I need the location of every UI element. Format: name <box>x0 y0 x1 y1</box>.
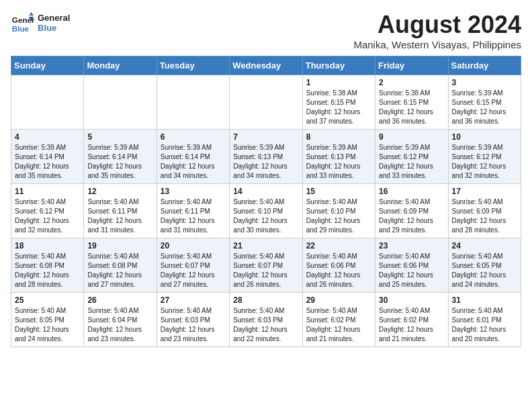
day-info: Sunrise: 5:39 AM Sunset: 6:13 PM Dayligh… <box>306 143 371 181</box>
day-number: 12 <box>87 187 152 196</box>
day-number: 22 <box>306 241 371 250</box>
day-info: Sunrise: 5:39 AM Sunset: 6:12 PM Dayligh… <box>452 143 517 181</box>
day-number: 16 <box>379 187 444 196</box>
day-info: Sunrise: 5:40 AM Sunset: 6:05 PM Dayligh… <box>452 252 517 289</box>
calendar-cell: 24Sunrise: 5:40 AM Sunset: 6:05 PM Dayli… <box>448 238 521 293</box>
day-info: Sunrise: 5:40 AM Sunset: 6:03 PM Dayligh… <box>233 306 298 344</box>
day-number: 18 <box>15 241 80 250</box>
day-info: Sunrise: 5:40 AM Sunset: 6:06 PM Dayligh… <box>379 252 444 289</box>
calendar-cell: 17Sunrise: 5:40 AM Sunset: 6:09 PM Dayli… <box>448 184 521 238</box>
svg-marker-2 <box>29 12 34 15</box>
weekday-header-monday: Monday <box>84 56 157 75</box>
day-number: 25 <box>15 295 80 305</box>
day-number: 9 <box>379 132 444 142</box>
logo-blue-text: Blue <box>38 23 70 33</box>
calendar-cell: 15Sunrise: 5:40 AM Sunset: 6:10 PM Dayli… <box>302 184 375 238</box>
day-info: Sunrise: 5:40 AM Sunset: 6:09 PM Dayligh… <box>452 197 517 235</box>
day-number: 26 <box>87 295 152 305</box>
calendar-cell: 7Sunrise: 5:39 AM Sunset: 6:13 PM Daylig… <box>230 130 302 184</box>
calendar-cell: 4Sunrise: 5:39 AM Sunset: 6:14 PM Daylig… <box>11 130 84 184</box>
weekday-header-tuesday: Tuesday <box>157 56 229 75</box>
calendar-cell: 26Sunrise: 5:40 AM Sunset: 6:04 PM Dayli… <box>84 293 157 347</box>
calendar-cell: 30Sunrise: 5:40 AM Sunset: 6:02 PM Dayli… <box>375 293 448 347</box>
day-number: 2 <box>379 78 444 87</box>
calendar-cell <box>84 75 157 130</box>
day-info: Sunrise: 5:40 AM Sunset: 6:08 PM Dayligh… <box>15 252 80 289</box>
day-number: 15 <box>306 187 371 196</box>
calendar-cell: 8Sunrise: 5:39 AM Sunset: 6:13 PM Daylig… <box>302 130 375 184</box>
calendar-cell: 20Sunrise: 5:40 AM Sunset: 6:07 PM Dayli… <box>157 238 229 293</box>
svg-text:Blue: Blue <box>12 24 30 33</box>
day-number: 24 <box>452 241 517 250</box>
calendar-cell: 19Sunrise: 5:40 AM Sunset: 6:08 PM Dayli… <box>84 238 157 293</box>
day-info: Sunrise: 5:40 AM Sunset: 6:03 PM Dayligh… <box>161 306 226 344</box>
day-info: Sunrise: 5:39 AM Sunset: 6:15 PM Dayligh… <box>452 89 517 126</box>
day-info: Sunrise: 5:40 AM Sunset: 6:07 PM Dayligh… <box>161 252 226 289</box>
day-info: Sunrise: 5:39 AM Sunset: 6:14 PM Dayligh… <box>161 143 226 181</box>
calendar-cell: 13Sunrise: 5:40 AM Sunset: 6:11 PM Dayli… <box>157 184 229 238</box>
calendar-cell: 3Sunrise: 5:39 AM Sunset: 6:15 PM Daylig… <box>448 75 521 130</box>
day-number: 8 <box>306 132 371 142</box>
day-info: Sunrise: 5:40 AM Sunset: 6:10 PM Dayligh… <box>306 197 371 235</box>
calendar-week-1: 1Sunrise: 5:38 AM Sunset: 6:15 PM Daylig… <box>11 75 521 130</box>
day-info: Sunrise: 5:38 AM Sunset: 6:15 PM Dayligh… <box>306 89 371 126</box>
calendar-cell: 21Sunrise: 5:40 AM Sunset: 6:07 PM Dayli… <box>230 238 302 293</box>
location-subtitle: Manika, Western Visayas, Philippines <box>353 39 521 50</box>
calendar-cell: 11Sunrise: 5:40 AM Sunset: 6:12 PM Dayli… <box>11 184 84 238</box>
day-number: 20 <box>161 241 226 250</box>
calendar-table: SundayMondayTuesdayWednesdayThursdayFrid… <box>11 56 521 347</box>
weekday-header-wednesday: Wednesday <box>230 56 302 75</box>
calendar-cell: 10Sunrise: 5:39 AM Sunset: 6:12 PM Dayli… <box>448 130 521 184</box>
weekday-header-thursday: Thursday <box>302 56 375 75</box>
logo-general-text: General <box>38 13 70 23</box>
day-info: Sunrise: 5:40 AM Sunset: 6:09 PM Dayligh… <box>379 197 444 235</box>
calendar-cell: 28Sunrise: 5:40 AM Sunset: 6:03 PM Dayli… <box>230 293 302 347</box>
day-info: Sunrise: 5:40 AM Sunset: 6:01 PM Dayligh… <box>452 306 517 344</box>
calendar-cell: 16Sunrise: 5:40 AM Sunset: 6:09 PM Dayli… <box>375 184 448 238</box>
calendar-cell: 23Sunrise: 5:40 AM Sunset: 6:06 PM Dayli… <box>375 238 448 293</box>
logo-icon: General Blue <box>11 11 35 35</box>
day-info: Sunrise: 5:39 AM Sunset: 6:13 PM Dayligh… <box>233 143 298 181</box>
day-info: Sunrise: 5:40 AM Sunset: 6:05 PM Dayligh… <box>15 306 80 344</box>
calendar-cell: 18Sunrise: 5:40 AM Sunset: 6:08 PM Dayli… <box>11 238 84 293</box>
day-info: Sunrise: 5:40 AM Sunset: 6:02 PM Dayligh… <box>306 306 371 344</box>
day-info: Sunrise: 5:40 AM Sunset: 6:04 PM Dayligh… <box>87 306 152 344</box>
day-number: 28 <box>233 295 298 305</box>
day-number: 19 <box>87 241 152 250</box>
page-header: General Blue General Blue August 2024 Ma… <box>11 11 521 50</box>
calendar-cell: 14Sunrise: 5:40 AM Sunset: 6:10 PM Dayli… <box>230 184 302 238</box>
calendar-cell: 5Sunrise: 5:39 AM Sunset: 6:14 PM Daylig… <box>84 130 157 184</box>
day-info: Sunrise: 5:40 AM Sunset: 6:06 PM Dayligh… <box>306 252 371 289</box>
day-number: 21 <box>233 241 298 250</box>
day-info: Sunrise: 5:39 AM Sunset: 6:14 PM Dayligh… <box>87 143 152 181</box>
calendar-cell <box>230 75 302 130</box>
day-info: Sunrise: 5:40 AM Sunset: 6:07 PM Dayligh… <box>233 252 298 289</box>
day-number: 27 <box>161 295 226 305</box>
day-number: 5 <box>87 132 152 142</box>
calendar-cell: 6Sunrise: 5:39 AM Sunset: 6:14 PM Daylig… <box>157 130 229 184</box>
calendar-cell: 12Sunrise: 5:40 AM Sunset: 6:11 PM Dayli… <box>84 184 157 238</box>
month-year-title: August 2024 <box>353 11 521 39</box>
day-number: 1 <box>306 78 371 87</box>
calendar-cell: 22Sunrise: 5:40 AM Sunset: 6:06 PM Dayli… <box>302 238 375 293</box>
day-number: 23 <box>379 241 444 250</box>
day-info: Sunrise: 5:40 AM Sunset: 6:02 PM Dayligh… <box>379 306 444 344</box>
calendar-cell: 29Sunrise: 5:40 AM Sunset: 6:02 PM Dayli… <box>302 293 375 347</box>
calendar-cell: 25Sunrise: 5:40 AM Sunset: 6:05 PM Dayli… <box>11 293 84 347</box>
calendar-cell <box>11 75 84 130</box>
calendar-cell: 2Sunrise: 5:38 AM Sunset: 6:15 PM Daylig… <box>375 75 448 130</box>
day-info: Sunrise: 5:38 AM Sunset: 6:15 PM Dayligh… <box>379 89 444 126</box>
day-info: Sunrise: 5:40 AM Sunset: 6:11 PM Dayligh… <box>161 197 226 235</box>
calendar-cell: 31Sunrise: 5:40 AM Sunset: 6:01 PM Dayli… <box>448 293 521 347</box>
weekday-header-sunday: Sunday <box>11 56 84 75</box>
calendar-cell: 9Sunrise: 5:39 AM Sunset: 6:12 PM Daylig… <box>375 130 448 184</box>
calendar-week-4: 18Sunrise: 5:40 AM Sunset: 6:08 PM Dayli… <box>11 238 521 293</box>
calendar-cell: 1Sunrise: 5:38 AM Sunset: 6:15 PM Daylig… <box>302 75 375 130</box>
day-number: 6 <box>161 132 226 142</box>
day-number: 30 <box>379 295 444 305</box>
calendar-header-row: SundayMondayTuesdayWednesdayThursdayFrid… <box>11 56 521 75</box>
day-number: 3 <box>452 78 517 87</box>
logo: General Blue General Blue <box>11 11 70 35</box>
day-info: Sunrise: 5:40 AM Sunset: 6:10 PM Dayligh… <box>233 197 298 235</box>
weekday-header-friday: Friday <box>375 56 448 75</box>
